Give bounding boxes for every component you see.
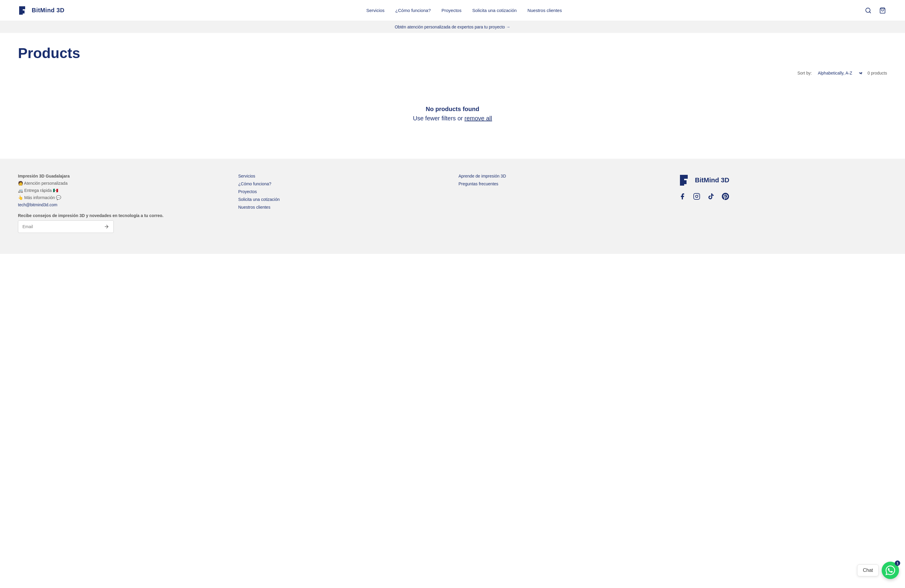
footer-link-servicios[interactable]: Servicios bbox=[238, 174, 446, 178]
footer-link-clientes[interactable]: Nuestros clientes bbox=[238, 205, 446, 210]
svg-rect-3 bbox=[23, 6, 25, 9]
footer-col-1: Impresión 3D Guadalajara 🧑 Atención pers… bbox=[18, 174, 226, 233]
sort-label: Sort by: bbox=[797, 71, 811, 75]
svg-rect-14 bbox=[694, 194, 700, 199]
footer-link-proyectos[interactable]: Proyectos bbox=[238, 189, 446, 194]
email-input[interactable] bbox=[18, 221, 100, 233]
logo-icon bbox=[18, 5, 29, 16]
footer-logo-text: BitMind 3D bbox=[695, 176, 729, 184]
empty-title: No products found bbox=[18, 106, 887, 113]
svg-rect-12 bbox=[684, 175, 688, 178]
main-content: Products Sort by: Alphabetically, A-Z 0 … bbox=[0, 33, 905, 159]
page-title: Products bbox=[18, 45, 887, 61]
instagram-icon[interactable] bbox=[693, 193, 702, 201]
footer-logo-area: BitMind 3D bbox=[679, 174, 887, 187]
main-nav: Servicios ¿Cómo funciona? Proyectos Soli… bbox=[366, 8, 562, 13]
email-submit-button[interactable] bbox=[100, 221, 113, 232]
email-form bbox=[18, 220, 114, 233]
search-icon bbox=[865, 7, 872, 14]
footer-newsletter-title: Recibe consejos de impresión 3D y noveda… bbox=[18, 213, 226, 218]
nav-como-funciona[interactable]: ¿Cómo funciona? bbox=[395, 8, 431, 13]
sort-select-wrapper[interactable]: Alphabetically, A-Z bbox=[817, 70, 863, 76]
social-icons bbox=[679, 193, 887, 204]
logo-text: BitMind 3D bbox=[32, 7, 64, 14]
footer-logo-icon bbox=[679, 174, 692, 187]
empty-state: No products found Use fewer filters or r… bbox=[18, 88, 887, 140]
nav-proyectos[interactable]: Proyectos bbox=[441, 8, 462, 13]
footer-line-1: 🧑 Atención personalizada bbox=[18, 181, 226, 186]
sort-row: Sort by: Alphabetically, A-Z 0 products bbox=[18, 70, 887, 76]
footer-line-2: 🚐 Entrega rápida 🇲🇽 bbox=[18, 188, 226, 193]
nav-cotizacion[interactable]: Solicita una cotización bbox=[472, 8, 516, 13]
tiktok-icon[interactable] bbox=[708, 193, 716, 201]
footer-link-como-funciona[interactable]: ¿Cómo funciona? bbox=[238, 181, 446, 186]
footer-link-cotizacion[interactable]: Solicita una cotización bbox=[238, 197, 446, 202]
cart-icon bbox=[879, 7, 886, 14]
footer-col-2: Servicios ¿Cómo funciona? Proyectos Soli… bbox=[238, 174, 446, 233]
search-button[interactable] bbox=[864, 6, 873, 15]
footer-link-preguntas[interactable]: Preguntas frecuentes bbox=[459, 181, 667, 186]
remove-all-link[interactable]: remove all bbox=[464, 115, 492, 122]
footer-col1-title: Impresión 3D Guadalajara bbox=[18, 174, 226, 178]
svg-line-6 bbox=[869, 12, 870, 13]
header-icons bbox=[864, 6, 887, 15]
footer-link-aprende[interactable]: Aprende de impresión 3D bbox=[459, 174, 667, 178]
sort-select[interactable]: Alphabetically, A-Z bbox=[817, 70, 863, 76]
facebook-icon[interactable] bbox=[679, 193, 687, 201]
arrow-right-icon bbox=[104, 224, 109, 229]
nav-clientes[interactable]: Nuestros clientes bbox=[527, 8, 562, 13]
svg-rect-4 bbox=[22, 11, 25, 13]
logo-link[interactable]: BitMind 3D bbox=[18, 5, 64, 16]
footer-email[interactable]: tech@bitmind3d.com bbox=[18, 202, 226, 207]
announcement-link[interactable]: Obtén atención personalizada de expertos… bbox=[395, 25, 510, 29]
footer-col-4: BitMind 3D bbox=[679, 174, 887, 233]
cart-button[interactable] bbox=[878, 6, 887, 15]
footer: Impresión 3D Guadalajara 🧑 Atención pers… bbox=[0, 159, 905, 254]
footer-col-3: Aprende de impresión 3D Preguntas frecue… bbox=[459, 174, 667, 233]
product-count: 0 products bbox=[868, 71, 887, 75]
empty-subtitle: Use fewer filters or remove all bbox=[18, 115, 887, 122]
pinterest-icon[interactable] bbox=[722, 193, 730, 201]
announcement-bar[interactable]: Obtén atención personalizada de expertos… bbox=[0, 21, 905, 33]
footer-line-3: 👆 Más información 💬 bbox=[18, 195, 226, 200]
nav-servicios[interactable]: Servicios bbox=[366, 8, 384, 13]
svg-rect-13 bbox=[684, 180, 686, 184]
